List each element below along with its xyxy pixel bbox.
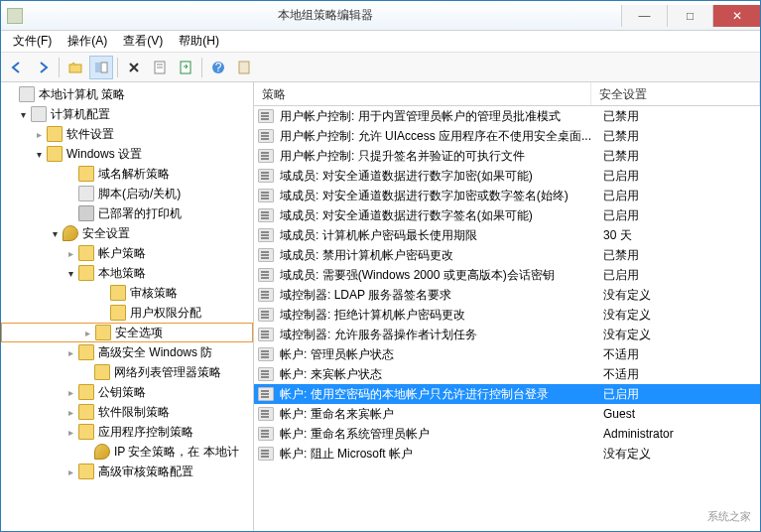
close-button[interactable]: ✕ [712,5,760,27]
tree-label: 脚本(启动/关机) [98,186,181,202]
policy-name: 域控制器: 拒绝计算机帐户密码更改 [278,307,595,324]
toolbar-separator [59,58,60,77]
back-button[interactable] [5,56,29,79]
menu-action[interactable]: 操作(A) [60,31,115,52]
policy-name: 域控制器: LDAP 服务器签名要求 [278,287,595,304]
forward-button[interactable] [31,56,55,79]
policy-icon [258,328,274,341]
delete-button[interactable] [122,56,146,79]
list-row[interactable]: 用户帐户控制: 用于内置管理员帐户的管理员批准模式已禁用 [254,106,760,126]
tree-account-policy[interactable]: 帐户策略 [1,243,253,263]
policy-name: 帐户: 来宾帐户状态 [278,366,595,383]
list-row[interactable]: 域成员: 对安全通道数据进行数字签名(如果可能)已启用 [254,205,760,225]
policy-setting: 已禁用 [595,148,760,165]
tree-network-list[interactable]: 网络列表管理器策略 [1,362,253,382]
tree-windows-settings[interactable]: Windows 设置 [1,144,253,164]
minimize-button[interactable]: — [621,5,667,27]
tree-scripts[interactable]: 脚本(启动/关机) [1,184,253,203]
policy-name: 用户帐户控制: 用于内置管理员帐户的管理员批准模式 [278,108,595,125]
show-tree-button[interactable] [89,56,113,79]
policy-setting: 30 天 [595,227,760,244]
policy-name: 帐户: 重命名系统管理员帐户 [278,426,595,443]
tree-root[interactable]: 本地计算机 策略 [1,84,253,104]
filter-button[interactable] [232,56,256,79]
properties-button[interactable] [148,56,172,79]
menu-view[interactable]: 查看(V) [115,31,171,52]
column-policy[interactable]: 策略 [254,82,591,105]
folder-icon [78,166,94,182]
folder-icon [78,344,94,360]
tree-ip-security[interactable]: IP 安全策略，在 本地计 [1,442,253,462]
tree-software-restrict[interactable]: 软件限制策略 [1,402,253,422]
list-row[interactable]: 域成员: 需要强(Windows 2000 或更高版本)会话密钥已启用 [254,265,760,285]
printer-icon [78,205,94,221]
tree-label: Windows 设置 [66,146,142,163]
list-row[interactable]: 域成员: 禁用计算机帐户密码更改已禁用 [254,245,760,265]
tree-label: 高级审核策略配置 [98,464,193,480]
policy-setting: 没有定义 [595,307,760,324]
list-row[interactable]: 域成员: 计算机帐户密码最长使用期限30 天 [254,225,760,245]
tree-printers[interactable]: 已部署的打印机 [1,203,253,223]
tree-dns-policy[interactable]: 域名解析策略 [1,164,253,184]
list-row[interactable]: 用户帐户控制: 只提升签名并验证的可执行文件已禁用 [254,146,760,166]
tree-app-control[interactable]: 应用程序控制策略 [1,422,253,442]
list-row[interactable]: 域成员: 对安全通道数据进行数字加密或数字签名(始终)已启用 [254,186,760,205]
policy-icon [258,367,274,381]
policy-name: 用户帐户控制: 只提升签名并验证的可执行文件 [278,148,595,165]
list-row[interactable]: 帐户: 重命名系统管理员帐户Administrator [254,424,760,444]
list-row[interactable]: 域控制器: 拒绝计算机帐户密码更改没有定义 [254,305,760,325]
tree-audit-policy[interactable]: 审核策略 [1,283,253,303]
policy-name: 帐户: 管理员帐户状态 [278,346,595,363]
script-icon [78,186,94,201]
toolbar-separator [201,58,202,77]
policy-icon [258,169,274,183]
list-body: 用户帐户控制: 用于内置管理员帐户的管理员批准模式已禁用用户帐户控制: 允许 U… [254,106,760,464]
export-button[interactable] [174,56,197,79]
tree-computer-config[interactable]: 计算机配置 [1,104,253,124]
column-setting[interactable]: 安全设置 [591,82,760,105]
tree-software-settings[interactable]: 软件设置 [1,124,253,144]
maximize-button[interactable]: □ [667,5,712,27]
policy-name: 用户帐户控制: 允许 UIAccess 应用程序在不使用安全桌面... [278,128,595,145]
tree-pubkey-policy[interactable]: 公钥策略 [1,382,253,402]
list-row[interactable]: 帐户: 来宾帐户状态不适用 [254,364,760,384]
svg-rect-9 [239,62,249,73]
list-row[interactable]: 域控制器: LDAP 服务器签名要求没有定义 [254,285,760,305]
policy-icon [258,347,274,361]
up-folder-button[interactable] [63,56,87,79]
tree-local-policy[interactable]: 本地策略 [1,263,253,283]
menu-help[interactable]: 帮助(H) [171,31,227,52]
tree-label: 网络列表管理器策略 [114,364,221,381]
policy-name: 帐户: 使用空密码的本地帐户只允许进行控制台登录 [278,386,595,403]
tree-pane[interactable]: 本地计算机 策略 计算机配置 软件设置 Windows 设置 域名解析策略 脚本… [1,82,254,531]
list-row[interactable]: 用户帐户控制: 允许 UIAccess 应用程序在不使用安全桌面...已禁用 [254,126,760,146]
list-row[interactable]: 帐户: 管理员帐户状态不适用 [254,344,760,364]
policy-icon [258,129,274,143]
tree-advanced-audit[interactable]: 高级审核策略配置 [1,462,253,481]
policy-setting: 已启用 [595,188,760,204]
list-row[interactable]: 帐户: 阻止 Microsoft 帐户没有定义 [254,444,760,464]
shield-icon [94,444,110,460]
list-row[interactable]: 域成员: 对安全通道数据进行数字加密(如果可能)已启用 [254,166,760,186]
help-button[interactable]: ? [206,56,230,79]
tree-label: 公钥策略 [98,384,146,401]
svg-text:?: ? [215,61,222,74]
list-row[interactable]: 域控制器: 允许服务器操作者计划任务没有定义 [254,325,760,344]
tree-windows-firewall[interactable]: 高级安全 Windows 防 [1,342,253,362]
tree-security-options[interactable]: 安全选项 [1,323,253,342]
policy-setting: 已禁用 [595,128,760,145]
folder-icon [78,404,94,420]
tree-user-rights[interactable]: 用户权限分配 [1,303,253,323]
tree-label: 安全选项 [115,325,163,341]
list-row[interactable]: 帐户: 重命名来宾帐户Guest [254,404,760,424]
menu-file[interactable]: 文件(F) [5,31,60,52]
svg-rect-1 [95,63,100,72]
list-row[interactable]: 帐户: 使用空密码的本地帐户只允许进行控制台登录已启用 [254,384,760,404]
tree-label: 软件设置 [66,126,114,143]
tree-security-settings[interactable]: 安全设置 [1,223,253,243]
tree-label: 审核策略 [130,285,178,302]
policy-setting: 已禁用 [595,108,760,125]
folder-icon [110,305,126,321]
policy-name: 域成员: 计算机帐户密码最长使用期限 [278,227,595,244]
list-pane[interactable]: 策略 安全设置 用户帐户控制: 用于内置管理员帐户的管理员批准模式已禁用用户帐户… [254,82,760,531]
